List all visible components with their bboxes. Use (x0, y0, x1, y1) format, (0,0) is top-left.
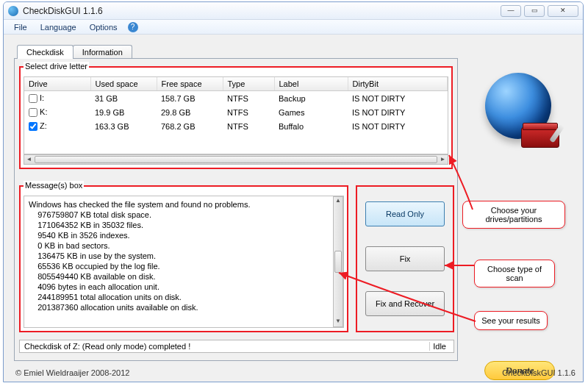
cell-dirty: IS NOT DIRTY (348, 91, 448, 106)
drive-checkbox[interactable] (29, 108, 37, 117)
status-bar: Checkdisk of Z: (Read only mode) complet… (19, 340, 454, 353)
cell-free: 158.7 GB (157, 91, 223, 106)
status-text: Checkdisk of Z: (Read only mode) complet… (24, 342, 190, 351)
col-label[interactable]: Label (274, 77, 348, 91)
app-icon (8, 6, 18, 16)
cell-type: NTFS (223, 91, 274, 106)
col-dirty[interactable]: DirtyBit (348, 77, 448, 91)
minimize-button[interactable]: ― (501, 5, 521, 17)
cell-type: NTFS (223, 105, 274, 119)
cell-free: 29.8 GB (157, 105, 223, 119)
table-row[interactable]: Z:163.3 GB768.2 GBNTFSBuffaloIS NOT DIRT… (24, 119, 448, 133)
drives-group-label: Select drive letter (24, 62, 89, 71)
read-only-button[interactable]: Read Only (365, 201, 445, 226)
help-icon[interactable]: ? (128, 22, 138, 32)
cell-label: Games (274, 105, 348, 119)
callout-drives: Choose your drives/partitions (462, 201, 565, 229)
cell-label: Buffalo (274, 119, 348, 133)
scroll-up-icon[interactable]: ▲ (334, 197, 343, 206)
callout-scan: Choose type of scan (474, 260, 555, 287)
tab-panel: Select drive letter Drive Used space Fre… (14, 58, 458, 361)
cell-dirty: IS NOT DIRTY (348, 119, 448, 133)
scan-buttons-group: Read Only Fix Fix and Recover (356, 185, 454, 332)
fix-button[interactable]: Fix (365, 246, 445, 271)
col-free[interactable]: Free space (157, 77, 223, 91)
messages-textarea[interactable]: Windows has checked the file system and … (24, 196, 344, 328)
footer-version: CheckDiskGUI 1.1.6 (502, 368, 576, 377)
close-button[interactable]: ✕ (548, 5, 578, 17)
scroll-left-icon[interactable]: ◄ (24, 155, 34, 164)
scroll-thumb[interactable] (35, 156, 437, 163)
scroll-down-icon[interactable]: ▼ (334, 318, 343, 326)
horizontal-scrollbar[interactable]: ◄ ► (24, 154, 448, 165)
copyright-text: © Emiel Wieldraaijer 2008-2012 (15, 368, 129, 377)
callout-results: See your results (474, 311, 548, 330)
cell-free: 768.2 GB (157, 119, 223, 133)
scroll-thumb-v[interactable] (334, 251, 342, 273)
table-row[interactable]: K:19.9 GB29.8 GBNTFSGamesIS NOT DIRTY (24, 105, 448, 119)
menubar: File Language Options ? (4, 20, 583, 35)
menu-file[interactable]: File (8, 21, 33, 33)
menu-options[interactable]: Options (84, 21, 123, 33)
maximize-button[interactable]: ▭ (524, 5, 545, 17)
menu-language[interactable]: Language (35, 21, 82, 33)
tab-checkdisk[interactable]: Checkdisk (17, 45, 74, 59)
messages-group-label: Message(s) box (24, 181, 84, 190)
vertical-scrollbar[interactable]: ▲ ▼ (333, 196, 343, 327)
window-title: CheckDiskGUI 1.1.6 (23, 6, 103, 16)
col-drive[interactable]: Drive (24, 77, 90, 91)
drives-group: Select drive letter Drive Used space Fre… (19, 66, 453, 169)
drive-table: Drive Used space Free space Type Label D… (24, 76, 448, 154)
toolbox-icon (521, 117, 562, 148)
cell-dirty: IS NOT DIRTY (348, 105, 448, 119)
col-used[interactable]: Used space (90, 77, 157, 91)
globe-icon (485, 73, 555, 143)
messages-group: Message(s) box Windows has checked the f… (19, 185, 348, 332)
cell-used: 19.9 GB (90, 105, 157, 119)
drive-checkbox[interactable] (29, 122, 37, 131)
fix-recover-button[interactable]: Fix and Recover (365, 291, 445, 316)
cell-label: Backup (274, 91, 348, 106)
app-window: CheckDiskGUI 1.1.6 ― ▭ ✕ File Language O… (3, 1, 584, 382)
drive-checkbox[interactable] (29, 94, 37, 103)
footer: © Emiel Wieldraaijer 2008-2012 CheckDisk… (15, 368, 576, 377)
table-row[interactable]: I:31 GB158.7 GBNTFSBackupIS NOT DIRTY (24, 91, 448, 106)
cell-used: 31 GB (90, 91, 157, 106)
status-idle: Idle (429, 342, 449, 351)
titlebar: CheckDiskGUI 1.1.6 ― ▭ ✕ (4, 2, 583, 20)
tab-information[interactable]: Information (73, 45, 132, 59)
cell-used: 163.3 GB (90, 119, 157, 133)
col-type[interactable]: Type (223, 77, 274, 91)
scroll-right-icon[interactable]: ► (438, 155, 448, 164)
cell-type: NTFS (223, 119, 274, 133)
right-pane (462, 64, 577, 143)
